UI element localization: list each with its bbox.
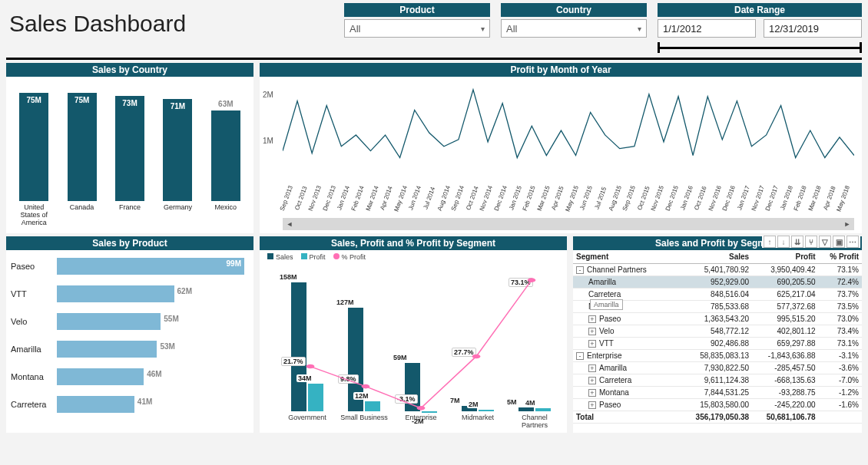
filter-country-label: Country	[501, 3, 647, 17]
table-col--profit[interactable]: % Profit	[819, 250, 862, 264]
country-dropdown[interactable]: All ▾	[501, 19, 647, 38]
focus-icon[interactable]: ▣	[833, 236, 845, 248]
sales-by-product-card: Sales by Product Paseo99MVTT62MVelo55MAm…	[6, 236, 253, 433]
table-col-sales[interactable]: Sales	[683, 250, 752, 264]
segment-xlabel: Government	[283, 413, 332, 433]
product-bar-row[interactable]: Carretera41M	[11, 396, 246, 413]
by-segment-title: Sales, Profit and % Profit by Segment	[260, 236, 567, 250]
ytick-1m: 1M	[263, 137, 273, 145]
product-bar-row[interactable]: Velo55M	[11, 313, 246, 330]
by-segment-legend: Sales Profit % Profit	[260, 250, 567, 261]
table-row[interactable]: +Velo548,772.12402,801.1273.4%	[573, 325, 862, 338]
country-bar[interactable]: 75MUnited States of America	[12, 86, 55, 230]
table-row[interactable]: -Enterprise58,835,083.13-1,843,636.88-3.…	[573, 350, 862, 362]
by-segment-chart[interactable]: 158M34M21.7%127M12M9.8%59M-2M-3.1%7M2M27…	[260, 261, 567, 433]
collapse-icon[interactable]: -	[576, 266, 584, 274]
country-dropdown-value: All	[506, 23, 517, 35]
segment-xlabel: Small Business	[340, 413, 389, 433]
filter-date-label: Date Range	[658, 3, 862, 17]
segment-xlabel: Enterprise	[396, 413, 446, 433]
product-dropdown[interactable]: All ▾	[344, 19, 490, 38]
expand-icon[interactable]: +	[588, 401, 596, 409]
date-range-slider[interactable]	[658, 42, 862, 53]
table-scroll[interactable]: SegmentSalesProfit% Profit -Channel Part…	[573, 250, 862, 433]
product-bar-row[interactable]: Montana46M	[11, 368, 246, 385]
segment-col[interactable]: 5M4M73.1%	[510, 269, 559, 411]
legend-sales: Sales	[276, 253, 293, 261]
sales-by-country-card: Sales by Country 75MUnited States of Ame…	[6, 63, 253, 233]
table-col-profit[interactable]: Profit	[752, 250, 818, 264]
filters: Product All ▾ Country All ▾ Date Range 1…	[344, 3, 862, 53]
product-bar-row[interactable]: Paseo99M	[11, 258, 246, 275]
ytick-2m: 2M	[263, 91, 273, 99]
country-bar[interactable]: 73MFrance	[108, 86, 151, 230]
filter-date: Date Range 1/1/2012 12/31/2019	[658, 3, 862, 53]
filter-icon[interactable]: ▽	[819, 236, 831, 248]
table-row[interactable]: +Paseo1,363,543.20995,515.2073.0%	[573, 313, 862, 325]
table-row[interactable]: +Montana7,844,531.25-93,288.75-1.2%	[573, 387, 862, 399]
segment-col[interactable]: 158M34M21.7%	[283, 269, 332, 411]
table-row[interactable]: +VTT902,486.88659,297.8873.1%	[573, 338, 862, 350]
date-from-input[interactable]: 1/1/2012	[658, 19, 756, 38]
country-bar[interactable]: 71MGermany	[156, 86, 199, 230]
country-bar[interactable]: 63MMexico	[204, 86, 247, 230]
segment-table: SegmentSalesProfit% Profit -Channel Part…	[573, 250, 862, 424]
sales-by-product-chart[interactable]: Paseo99MVTT62MVelo55MAmarilla53MMontana4…	[6, 250, 253, 433]
table-row[interactable]: +Carretera9,611,124.38-668,135.63-7.0%	[573, 374, 862, 387]
drill-up-icon[interactable]: ↑	[764, 236, 776, 248]
expand-icon[interactable]: +	[588, 389, 596, 397]
sales-profit-table-card: Sales and Profit by Segment ↑ ↓ ⇊ ⑂ ▽ ▣ …	[573, 236, 862, 433]
expand-icon[interactable]: +	[588, 364, 596, 372]
table-row[interactable]: Total356,179,050.3850,681,106.78	[573, 411, 862, 424]
profit-month-scrollbar[interactable]: ◄ ►	[283, 218, 854, 230]
filter-country: Country All ▾	[501, 3, 647, 53]
product-bar-row[interactable]: Amarilla53M	[11, 341, 246, 358]
expand-icon[interactable]: +	[588, 340, 596, 348]
segment-col[interactable]: 59M-2M-3.1%	[396, 269, 446, 411]
table-row[interactable]: Amarilla952,929.00690,205.5072.4%	[573, 276, 862, 289]
legend-pct: % Profit	[342, 253, 366, 261]
table-row[interactable]: -Channel Partners5,401,780.923,950,409.4…	[573, 264, 862, 276]
page-title: Sales Dashboard	[6, 3, 336, 37]
fork-icon[interactable]: ⑂	[805, 236, 817, 248]
by-segment-card: Sales, Profit and % Profit by Segment Sa…	[260, 236, 567, 433]
range-start-handle[interactable]	[658, 42, 660, 53]
table-row[interactable]: +Amarilla7,930,822.50-285,457.50-3.6%	[573, 362, 862, 374]
profit-month-xlabels: Sep 2013Oct 2013Nov 2013Dec 2013Jan 2014…	[283, 183, 854, 216]
date-to-value: 12/31/2019	[769, 23, 819, 35]
legend-profit: Profit	[310, 253, 326, 261]
segment-xlabel: Midmarket	[453, 413, 502, 433]
scroll-left-icon[interactable]: ◄	[284, 219, 295, 229]
filter-product-label: Product	[344, 3, 490, 17]
profit-by-month-chart[interactable]: 2M 1M Sep 2013Oct 2013Nov 2013Dec 2013Ja…	[260, 77, 862, 216]
table-col-segment[interactable]: Segment	[573, 250, 683, 264]
sales-by-product-title: Sales by Product	[6, 236, 253, 250]
collapse-icon[interactable]: -	[576, 352, 584, 360]
more-icon[interactable]: ⋯	[846, 236, 859, 248]
sales-profit-table-title: Sales and Profit by Segment ↑ ↓ ⇊ ⑂ ▽ ▣ …	[573, 236, 862, 250]
chevron-down-icon: ▾	[481, 25, 485, 33]
scroll-right-icon[interactable]: ►	[842, 219, 853, 229]
filter-product: Product All ▾	[344, 3, 490, 53]
header-divider	[6, 58, 862, 60]
product-dropdown-value: All	[350, 23, 360, 35]
product-bar-row[interactable]: VTT62M	[11, 285, 246, 302]
expand-icon[interactable]: +	[588, 328, 596, 335]
segment-xlabel: Channel Partners	[510, 413, 559, 433]
expand-down-icon[interactable]: ⇊	[791, 236, 803, 248]
header: Sales Dashboard Product All ▾ Country Al…	[0, 0, 868, 53]
range-end-handle[interactable]	[860, 42, 862, 53]
chevron-down-icon: ▾	[638, 25, 641, 33]
expand-icon[interactable]: +	[588, 315, 596, 323]
table-row[interactable]: +Paseo15,803,580.00-245,220.00-1.6%	[573, 399, 862, 411]
drill-down-icon[interactable]: ↓	[777, 236, 790, 248]
sales-by-country-title: Sales by Country	[6, 63, 253, 77]
expand-icon[interactable]: +	[588, 377, 596, 384]
segment-col[interactable]: 7M2M27.7%	[453, 269, 502, 411]
table-header-row: SegmentSalesProfit% Profit	[573, 250, 862, 264]
sales-by-country-chart[interactable]: 75MUnited States of America75MCanada73MF…	[6, 77, 253, 233]
profit-line-svg	[283, 83, 854, 183]
segment-col[interactable]: 127M12M9.8%	[340, 269, 389, 411]
date-to-input[interactable]: 12/31/2019	[764, 19, 862, 38]
country-bar[interactable]: 75MCanada	[60, 86, 103, 230]
